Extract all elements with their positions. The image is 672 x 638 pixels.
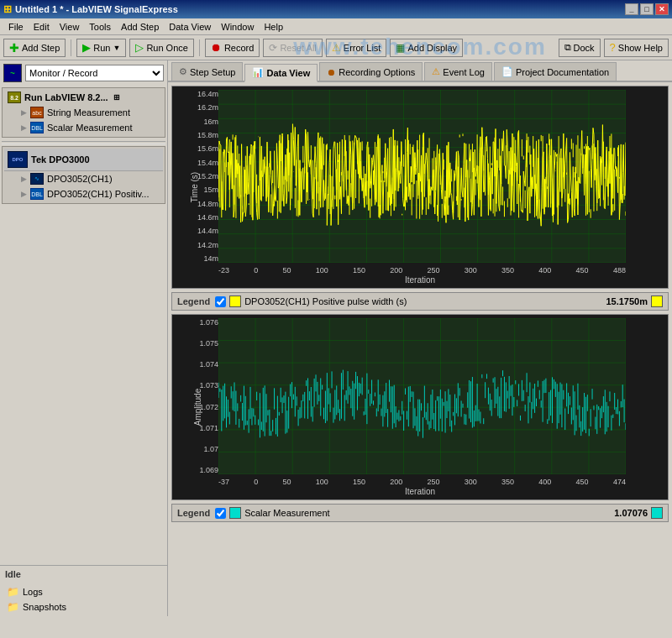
tab-project-documentation[interactable]: 📄 Project Documentation [494,62,617,81]
menu-help[interactable]: Help [259,20,288,34]
error-icon: ⚠ [332,42,341,54]
sidebar-dropdown-area: ~ Monitor / Record [3,64,164,82]
sidebar-logs: 📁 Logs 📁 Snapshots [0,583,167,616]
chart2-color-box [229,507,241,519]
folder-icon: 📁 [7,586,19,598]
dpo-section: DPO Tek DPO3000 ▶ ∿ DPO3052(CH1) ▶ DBL D… [2,146,165,204]
minimize-button[interactable]: _ [625,3,638,15]
dbl-type-icon: DBL [30,122,44,133]
tab-data-view[interactable]: 📊 Data View [244,64,318,82]
chart1-color-box [229,295,241,307]
help-icon: ? [610,41,616,54]
tab-bar: ⚙ Step Setup 📊 Data View ⏺ Recording Opt… [168,60,672,82]
tab-step-setup[interactable]: ⚙ Step Setup [171,62,243,81]
dpo-ch1-pos-item[interactable]: ▶ DBL DPO3052(CH1) Positiv... [4,186,163,201]
menu-tools[interactable]: Tools [84,20,116,34]
chart2-x-label: Iteration [405,487,435,496]
chart1-x-label: Iteration [405,275,435,285]
step-setup-icon: ⚙ [179,66,187,77]
project-doc-icon: 📄 [501,66,513,77]
sidebar: ~ Monitor / Record 8.2 Run LabVIEW 8.2..… [0,60,168,616]
app-title: Untitled 1 * - LabVIEW SignalExpress [15,4,178,14]
event-log-icon: ⚠ [432,66,440,77]
tab-recording-options[interactable]: ⏺ Recording Options [319,62,423,81]
dock-icon: ⧉ [564,42,571,53]
chart1-plot [218,90,626,263]
chart1-value-color [651,295,663,307]
chart2-canvas [218,318,626,474]
labview-vi-icon2: ⊞ [113,93,120,102]
snapshot-folder-icon: 📁 [7,601,19,613]
chart1-y-label: Time (s) [190,172,199,202]
waveform-icon: ~ [3,64,22,82]
chart2-legend: Legend Scalar Measurement 1.07076 [171,504,669,522]
error-list-button[interactable]: ⚠ Error List [326,39,387,57]
menu-window[interactable]: Window [216,20,259,34]
charts-area: 16.4m 16.2m 16m 15.8m 15.6m 15.4m 15.2m … [168,82,672,616]
menu-edit[interactable]: Edit [29,20,55,34]
dpo-icon: DPO [8,151,28,168]
idle-status: Idle [0,565,167,583]
run-labview-section: 8.2 Run LabVIEW 8.2... ⊞ ▶ abc String Me… [2,87,165,138]
arrow-icon-2: ▶ [21,123,27,132]
add-display-button[interactable]: ▦ Add Display [390,39,463,57]
snapshots-item[interactable]: 📁 Snapshots [3,599,164,614]
tree-separator [2,141,165,144]
chart2-plot [218,318,626,474]
scalar-measurement-item[interactable]: ▶ DBL Scalar Measurement [4,120,163,135]
chart1-container: 16.4m 16.2m 16m 15.8m 15.6m 15.4m 15.2m … [171,86,669,289]
run-labview-header[interactable]: 8.2 Run LabVIEW 8.2... ⊞ [4,90,163,105]
data-view-icon: 📊 [252,67,264,78]
chart2-legend-checkbox[interactable] [215,508,226,519]
separator-1 [71,39,71,56]
record-button[interactable]: ⏺ Record [205,39,260,57]
toolbar: ✚ Add Step ▶ Run ▼ ▷ Run Once ⏺ Record ⟳… [0,35,672,60]
reset-all-button[interactable]: ⟳ Reset All [263,39,322,57]
chart2-value-color [651,507,663,519]
dock-button[interactable]: ⧉ Dock [559,39,601,57]
menu-file[interactable]: File [3,20,29,34]
add-step-button[interactable]: ✚ Add Step [3,39,66,57]
string-measurement-item[interactable]: ▶ abc String Measurement [4,105,163,120]
chart2-x-axis: -37 0 50 100 150 200 250 300 350 400 450… [218,478,626,486]
arrow-icon-3: ▶ [21,175,27,183]
run-dropdown-icon[interactable]: ▼ [113,44,120,52]
dpo-header[interactable]: DPO Tek DPO3000 [4,149,163,171]
reset-icon: ⟳ [269,42,277,54]
dpo-ch1-item[interactable]: ▶ ∿ DPO3052(CH1) [4,171,163,186]
chart1-x-axis: -23 0 50 100 150 200 250 300 350 400 450… [218,266,626,275]
menu-data-view[interactable]: Data View [164,20,216,34]
chart2-inner: 1.076 1.075 1.074 1.073 1.072 1.071 1.07… [172,315,668,499]
sidebar-tree: 8.2 Run LabVIEW 8.2... ⊞ ▶ abc String Me… [0,86,167,565]
maximize-button[interactable]: □ [640,3,654,15]
tab-event-log[interactable]: ⚠ Event Log [424,62,492,81]
monitor-mode-select[interactable]: Monitor / Record [25,65,164,81]
vi-icon: 8.2 [8,92,21,103]
chart1-legend-checkbox[interactable] [215,296,226,307]
run-once-button[interactable]: ▷ Run Once [129,39,194,57]
close-button[interactable]: ✕ [655,3,669,15]
chart1-inner: 16.4m 16.2m 16m 15.8m 15.6m 15.4m 15.2m … [172,86,668,288]
chart1-legend-value: 15.1750m [606,296,648,306]
add-step-icon: ✚ [9,41,19,55]
run-once-icon: ▷ [135,41,144,54]
chart2-y-label: Amplitude [193,389,202,426]
menu-add-step[interactable]: Add Step [116,20,164,34]
run-icon: ▶ [82,41,91,54]
app-icon: ⊞ [3,3,12,15]
arrow-icon-4: ▶ [21,190,27,198]
chart1-canvas [218,90,626,263]
window-controls: _ □ ✕ [625,3,669,15]
chart1-legend: Legend DPO3052(CH1) Positive pulse width… [171,292,669,311]
dbl-type-icon-2: DBL [30,188,44,200]
arrow-icon: ▶ [21,108,27,117]
display-icon: ▦ [396,42,405,54]
run-button[interactable]: ▶ Run ▼ [76,39,126,57]
main-layout: ~ Monitor / Record 8.2 Run LabVIEW 8.2..… [0,60,672,616]
menu-view[interactable]: View [55,20,85,34]
chart2-legend-item: Scalar Measurement 1.07076 [215,507,663,519]
chart2-container: 1.076 1.075 1.074 1.073 1.072 1.071 1.07… [171,314,669,500]
wf-type-icon: ∿ [30,173,44,185]
logs-item[interactable]: 📁 Logs [3,584,164,599]
show-help-button[interactable]: ? Show Help [604,39,669,57]
